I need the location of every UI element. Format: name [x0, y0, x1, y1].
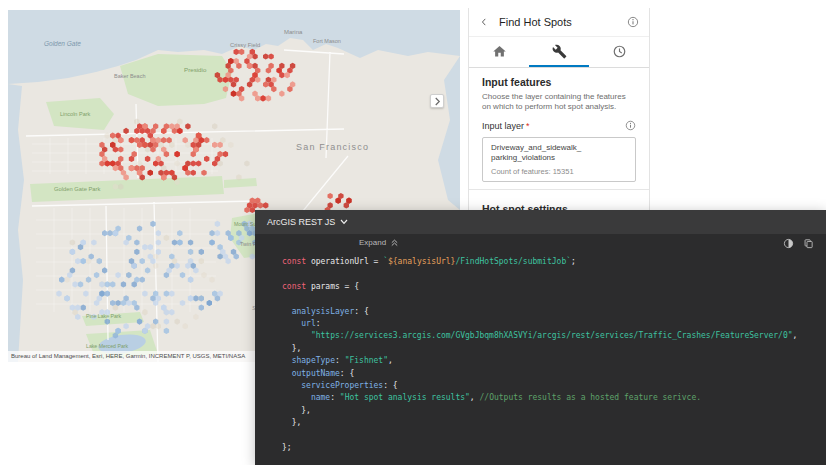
history-icon — [612, 44, 627, 59]
input-features-heading: Input features — [482, 76, 636, 88]
layer-name: Driveway_and_sidewalk_ parking_violation… — [491, 143, 627, 164]
input-features-description: Choose the layer containing the features… — [482, 92, 636, 112]
code-line: shapeType: "Fishnet", — [282, 355, 824, 367]
code-line: const params = { — [282, 281, 824, 293]
map-label: Golden Gate Park — [54, 186, 101, 192]
tab-history[interactable] — [589, 37, 649, 67]
panel-header: Find Hot Spots — [469, 8, 649, 37]
app-window: Golden GateCrissy FieldMarinaFort MasonP… — [0, 0, 826, 465]
layer-card[interactable]: Driveway_and_sidewalk_ parking_violation… — [482, 137, 636, 182]
code-line: const operationUrl = `${analysisUrl}/Fin… — [282, 256, 824, 268]
map-label: Lincoln Park — [60, 111, 91, 117]
input-layer-row: Input layer* — [482, 119, 636, 132]
info-icon — [625, 120, 636, 131]
code-panel: ArcGIS REST JS Expand — [255, 210, 826, 465]
code-language-label: ArcGIS REST JS — [267, 217, 335, 227]
contrast-toggle-button[interactable] — [783, 238, 794, 249]
map-label: San Francisco — [296, 142, 369, 152]
code-line: url: — [282, 318, 824, 330]
expand-button[interactable]: Expand — [359, 238, 399, 247]
map-label: Marina — [284, 29, 303, 35]
double-chevron-up-icon — [390, 238, 399, 247]
code-line: serviceProperties: { — [282, 380, 824, 392]
code-line: name: "Hot spot analysis results", //Out… — [282, 392, 824, 404]
panel-info-button[interactable] — [627, 16, 639, 28]
code-line: }, — [282, 343, 824, 355]
code-line: }; — [282, 442, 824, 454]
chevron-left-icon — [479, 16, 489, 28]
contrast-icon — [783, 238, 794, 249]
wrench-icon — [552, 44, 567, 59]
required-asterisk: * — [526, 121, 530, 131]
info-icon — [627, 16, 639, 28]
panel-tab-bar — [469, 37, 649, 68]
panel-title: Find Hot Spots — [499, 16, 627, 28]
code-line — [282, 429, 824, 441]
code-line — [282, 293, 824, 305]
map-label: Lake Merced Park — [86, 343, 129, 349]
copy-icon — [803, 238, 814, 249]
chevron-down-icon — [340, 219, 348, 225]
code-controls: Expand — [255, 238, 826, 252]
back-button[interactable] — [479, 14, 493, 30]
map-label: Golden Gate — [44, 40, 81, 47]
copy-code-button[interactable] — [803, 238, 814, 249]
code-body: Expand — [255, 234, 826, 465]
input-layer-label: Input layer* — [482, 121, 530, 131]
code-line — [282, 268, 824, 280]
map-label: Crissy Field — [230, 42, 260, 48]
map-label: Pine Lake Park — [86, 313, 122, 319]
chevron-right-icon — [434, 97, 441, 106]
map-label: Presidio — [184, 66, 207, 73]
code-area[interactable]: const operationUrl = `${analysisUrl}/Fin… — [282, 256, 824, 465]
tab-home[interactable] — [469, 37, 529, 67]
panel-body: Input features Choose the layer containi… — [469, 76, 649, 215]
tab-tools[interactable] — [529, 37, 589, 67]
map-label: Baker Beach — [114, 73, 146, 79]
code-toolbar-icons — [783, 238, 814, 249]
code-language-dropdown[interactable]: ArcGIS REST JS — [255, 210, 360, 234]
code-line: analysisLayer: { — [282, 306, 824, 318]
expand-label: Expand — [359, 238, 386, 247]
layer-feature-count: Count of features: 15351 — [491, 167, 627, 176]
code-line: }, — [282, 405, 824, 417]
code-line: }, — [282, 417, 824, 429]
home-icon — [492, 44, 507, 59]
code-line: "https://services3.arcgis.com/GVgbJbqm8h… — [282, 330, 824, 342]
input-layer-info-button[interactable] — [625, 120, 636, 131]
code-header: ArcGIS REST JS — [255, 210, 826, 234]
map-label: Fort Mason — [313, 38, 341, 44]
map-control-button[interactable] — [430, 94, 444, 108]
code-line: outputName: { — [282, 368, 824, 380]
